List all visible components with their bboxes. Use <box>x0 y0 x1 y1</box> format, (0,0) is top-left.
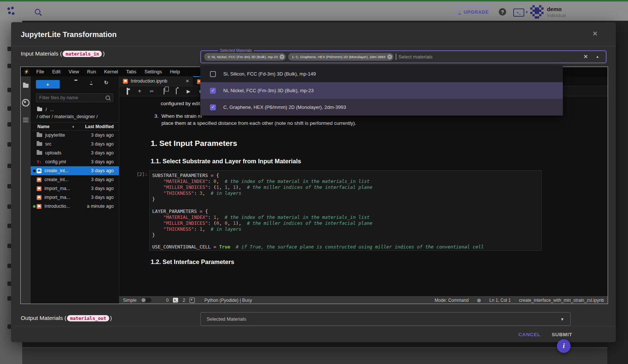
option-checkbox[interactable]: ✓ <box>210 88 216 94</box>
notebook-content[interactable]: configured by edit 3. When the strain m … <box>119 96 608 296</box>
material-option[interactable]: Si, Silicon, FCC (Fd-3m) 3D (Bulk), mp-1… <box>200 66 563 82</box>
clear-selection-icon[interactable]: ✕ <box>583 53 588 60</box>
cursor-position[interactable]: Ln 1, Col 1 <box>490 298 511 303</box>
menu-item-tabs[interactable]: Tabs <box>122 69 140 74</box>
file-row[interactable]: Y:config.yml3 days ago <box>31 157 119 166</box>
file-row[interactable]: create_int...3 days ago <box>31 166 119 175</box>
option-checkbox[interactable] <box>210 71 216 77</box>
filter-files-input[interactable]: Filter files by name <box>36 93 113 102</box>
kernel-chip-icon <box>190 298 195 303</box>
table-of-contents-icon[interactable] <box>23 118 29 122</box>
terminal-icon[interactable]: >_ <box>513 9 524 17</box>
code-line <box>152 238 541 244</box>
accessibility-icon[interactable]: ⊗ <box>477 297 481 303</box>
add-cell-icon[interactable]: + <box>137 88 143 94</box>
code-line: USE_CONVENTIONAL_CELL = True # if True, … <box>152 244 541 250</box>
terminal-count[interactable]: 0 <box>166 298 169 303</box>
search-icon[interactable] <box>35 9 40 14</box>
selected-chips: 0: Ni, Nickel, FCC (Fm-3m) 3D (Bulk), mp… <box>204 53 394 61</box>
paste-cell-icon[interactable] <box>176 88 177 94</box>
file-modified: 3 days ago <box>91 150 114 156</box>
select-materials-input[interactable]: Select materials <box>398 54 432 60</box>
breadcrumb[interactable]: / ... <box>37 107 54 112</box>
mode-indicator[interactable]: Mode: Command <box>435 298 469 303</box>
folder-icon <box>37 142 42 146</box>
refresh-icon[interactable]: ↻ <box>104 80 108 86</box>
menu-item-kernel[interactable]: Kernel <box>100 69 122 74</box>
notebook-file-icon <box>37 168 41 173</box>
markdown-text: When the strain m <box>161 113 202 119</box>
new-launcher-button[interactable]: + <box>36 80 60 89</box>
kernel-count[interactable]: 2 <box>183 298 185 303</box>
simple-mode-toggle[interactable] <box>141 298 151 303</box>
text-cursor <box>396 54 396 60</box>
copy-cell-icon[interactable] <box>164 88 164 94</box>
collapse-dropdown-icon[interactable]: ▲ <box>596 55 599 59</box>
active-file-name: create_interface_with_min_strain_zsl.ipy… <box>519 298 604 303</box>
file-list-header[interactable]: Name ▲ Last Modified <box>31 122 119 131</box>
help-icon[interactable]: ? <box>499 8 506 16</box>
save-icon[interactable] <box>127 88 128 95</box>
sort-ascending-icon: ▲ <box>72 125 75 128</box>
file-modified: a minute ago <box>87 204 114 209</box>
tab-introduction-ipynb[interactable]: Introduction.ipynb ✕ <box>119 76 193 86</box>
code-line <box>152 202 541 208</box>
material-option[interactable]: ✓C, Graphene, HEX (P6/mmm) 2D (Monolayer… <box>200 99 563 116</box>
notebook-file-icon <box>37 204 41 209</box>
list-marker: 3. <box>154 113 158 119</box>
material-option[interactable]: ✓Ni, Nickel, FCC (Fm-3m) 3D (Bulk), mp-2… <box>200 82 563 99</box>
home-folder-icon[interactable] <box>37 108 42 111</box>
breadcrumb-path[interactable]: / other / materials_designer / <box>37 114 98 119</box>
run-cell-icon[interactable]: ▶ <box>186 89 191 94</box>
app-top-bar: ↑ UPGRADE ? >_ ▼ demo Individual <box>0 1 628 21</box>
submit-button[interactable]: SUBMIT <box>552 330 572 339</box>
running-kernels-icon[interactable] <box>22 99 30 107</box>
close-tab-icon[interactable]: ✕ <box>186 79 189 84</box>
notebook-file-icon <box>37 195 41 200</box>
upgrade-button[interactable]: ↑ UPGRADE <box>455 7 492 18</box>
chevron-down-icon[interactable]: ▼ <box>525 10 528 14</box>
info-button[interactable]: i <box>557 339 571 353</box>
selected-materials-field[interactable]: Selected Materials 0: Ni, Nickel, FCC (F… <box>200 50 607 63</box>
menu-items: FileEditViewRunKernelTabsSettingsHelp <box>32 69 184 74</box>
remove-chip-icon[interactable]: ✕ <box>280 54 284 59</box>
menu-item-view[interactable]: View <box>64 69 83 74</box>
output-materials-select[interactable]: Selected Materials ▼ <box>200 312 571 326</box>
menu-item-help[interactable]: Help <box>166 69 184 74</box>
file-row[interactable]: create_int...3 days ago <box>31 175 119 184</box>
remove-chip-icon[interactable]: ✕ <box>387 54 392 59</box>
subsection-heading: 1.2. Set Interface Parameters <box>151 258 234 266</box>
material-chip-label: 1: C, Graphene, HEX (P6/mmm) 2D (Monolay… <box>292 55 385 59</box>
material-chip[interactable]: 1: C, Graphene, HEX (P6/mmm) 2D (Monolay… <box>288 53 394 61</box>
code-cell[interactable]: SUBSTRATE_PARAMETERS = { "MATERIAL_INDEX… <box>149 170 542 251</box>
file-row[interactable]: import_ma...3 days ago <box>31 184 119 193</box>
close-icon[interactable]: ✕ <box>589 28 601 39</box>
app-logo[interactable] <box>7 7 16 16</box>
kernel-status[interactable]: Python (Pyodide) | Busy <box>204 298 252 303</box>
menu-item-edit[interactable]: Edit <box>48 69 64 74</box>
option-checkbox[interactable]: ✓ <box>210 104 216 110</box>
menu-item-run[interactable]: Run <box>83 69 100 74</box>
file-browser-icon[interactable] <box>23 84 29 88</box>
file-row[interactable]: uploads3 days ago <box>31 148 119 157</box>
file-row[interactable]: import_ma...3 days ago <box>31 193 119 202</box>
code-line: "THICKNESS": 3, # in layers <box>152 190 541 196</box>
user-avatar[interactable] <box>530 5 544 19</box>
file-row[interactable]: src3 days ago <box>31 140 119 148</box>
menu-item-settings[interactable]: Settings <box>140 69 166 74</box>
option-label: C, Graphene, HEX (P6/mmm) 2D (Monolayer)… <box>223 104 346 110</box>
upload-icon[interactable]: ↑ <box>90 80 93 85</box>
folder-icon <box>37 133 42 137</box>
file-modified: 3 days ago <box>91 133 114 138</box>
option-label: Ni, Nickel, FCC (Fm-3m) 3D (Bulk), mp-23 <box>223 88 314 93</box>
materials-dropdown-menu: Si, Silicon, FCC (Fd-3m) 3D (Bulk), mp-1… <box>200 66 563 116</box>
material-chip[interactable]: 0: Ni, Nickel, FCC (Fm-3m) 3D (Bulk), mp… <box>204 53 286 61</box>
cancel-button[interactable]: CANCEL <box>518 330 541 339</box>
file-row[interactable]: jupyterlite3 days ago <box>31 131 119 140</box>
materials-in-pill: materials_in <box>63 51 102 57</box>
file-name: import_ma... <box>44 186 70 191</box>
menu-item-file[interactable]: File <box>32 69 48 74</box>
page-root: ↑ UPGRADE ? >_ ▼ demo Individual Jupyter… <box>0 0 628 364</box>
file-row[interactable]: Introductio...a minute ago <box>31 202 119 211</box>
cut-cell-icon[interactable]: ✂ <box>149 89 155 94</box>
